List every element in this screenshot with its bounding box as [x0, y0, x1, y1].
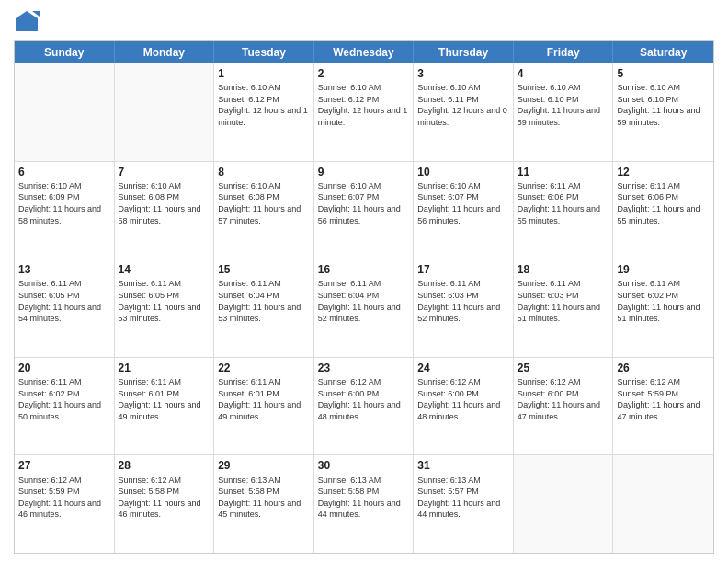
- header: [14, 9, 714, 35]
- day-number: 16: [318, 262, 410, 277]
- day-number: 10: [417, 165, 509, 179]
- calendar-cell: 16Sunrise: 6:11 AMSunset: 6:04 PMDayligh…: [314, 259, 415, 357]
- day-header: Monday: [115, 41, 215, 63]
- calendar-cell: 13Sunrise: 6:11 AMSunset: 6:05 PMDayligh…: [15, 259, 115, 357]
- calendar-header: SundayMondayTuesdayWednesdayThursdayFrid…: [15, 41, 713, 63]
- logo-icon: [14, 9, 40, 35]
- calendar-cell: 18Sunrise: 6:11 AMSunset: 6:03 PMDayligh…: [514, 259, 614, 357]
- calendar-cell: 27Sunrise: 6:12 AMSunset: 5:59 PMDayligh…: [15, 455, 115, 553]
- cell-info: Sunrise: 6:11 AMSunset: 6:01 PMDaylight:…: [218, 376, 310, 422]
- calendar-cell: 14Sunrise: 6:11 AMSunset: 6:05 PMDayligh…: [115, 259, 215, 357]
- day-number: 29: [218, 458, 310, 473]
- cell-info: Sunrise: 6:12 AMSunset: 5:59 PMDaylight:…: [18, 475, 110, 521]
- cell-info: Sunrise: 6:12 AMSunset: 5:59 PMDaylight:…: [617, 376, 710, 422]
- calendar-cell: 3Sunrise: 6:10 AMSunset: 6:11 PMDaylight…: [414, 63, 514, 161]
- svg-marker-0: [16, 11, 38, 31]
- calendar-cell: 5Sunrise: 6:10 AMSunset: 6:10 PMDaylight…: [613, 63, 713, 161]
- cell-info: Sunrise: 6:11 AMSunset: 6:02 PMDaylight:…: [617, 278, 710, 324]
- calendar-cell: 24Sunrise: 6:12 AMSunset: 6:00 PMDayligh…: [414, 358, 514, 455]
- day-number: 19: [617, 262, 710, 277]
- calendar-cell: 30Sunrise: 6:13 AMSunset: 5:58 PMDayligh…: [314, 455, 415, 553]
- day-header: Wednesday: [314, 41, 415, 63]
- cell-info: Sunrise: 6:11 AMSunset: 6:01 PMDaylight:…: [119, 376, 210, 422]
- day-header: Sunday: [15, 41, 115, 63]
- calendar-cell: [613, 455, 713, 553]
- calendar-cell: 10Sunrise: 6:10 AMSunset: 6:07 PMDayligh…: [414, 162, 514, 259]
- cell-info: Sunrise: 6:13 AMSunset: 5:57 PMDaylight:…: [417, 475, 509, 521]
- day-number: 18: [518, 262, 609, 277]
- cell-info: Sunrise: 6:10 AMSunset: 6:07 PMDaylight:…: [417, 180, 509, 226]
- calendar-cell: 2Sunrise: 6:10 AMSunset: 6:12 PMDaylight…: [314, 63, 415, 161]
- day-number: 31: [417, 458, 509, 473]
- day-number: 22: [218, 361, 310, 375]
- day-number: 7: [119, 165, 210, 179]
- day-number: 4: [518, 66, 609, 81]
- calendar-body: 1Sunrise: 6:10 AMSunset: 6:12 PMDaylight…: [15, 63, 713, 553]
- calendar-cell: 21Sunrise: 6:11 AMSunset: 6:01 PMDayligh…: [115, 358, 215, 455]
- day-header: Tuesday: [214, 41, 314, 63]
- day-number: 24: [417, 361, 509, 375]
- calendar-cell: [15, 63, 115, 161]
- day-number: 8: [218, 165, 310, 179]
- calendar-cell: 25Sunrise: 6:12 AMSunset: 6:00 PMDayligh…: [514, 358, 614, 455]
- cell-info: Sunrise: 6:13 AMSunset: 5:58 PMDaylight:…: [318, 475, 410, 521]
- day-number: 25: [518, 361, 609, 375]
- cell-info: Sunrise: 6:11 AMSunset: 6:04 PMDaylight:…: [218, 278, 310, 324]
- calendar-cell: 23Sunrise: 6:12 AMSunset: 6:00 PMDayligh…: [314, 358, 415, 455]
- day-number: 30: [318, 458, 410, 473]
- cell-info: Sunrise: 6:13 AMSunset: 5:58 PMDaylight:…: [218, 475, 310, 521]
- day-number: 13: [18, 262, 110, 277]
- day-number: 15: [218, 262, 310, 277]
- cell-info: Sunrise: 6:12 AMSunset: 6:00 PMDaylight:…: [518, 376, 609, 422]
- cell-info: Sunrise: 6:11 AMSunset: 6:03 PMDaylight:…: [417, 278, 509, 324]
- day-number: 17: [417, 262, 509, 277]
- day-header: Thursday: [414, 41, 514, 63]
- day-number: 28: [119, 458, 210, 473]
- day-number: 6: [18, 165, 110, 179]
- calendar-row: 13Sunrise: 6:11 AMSunset: 6:05 PMDayligh…: [15, 259, 713, 358]
- logo: [14, 9, 43, 35]
- cell-info: Sunrise: 6:11 AMSunset: 6:04 PMDaylight:…: [318, 278, 410, 324]
- calendar-cell: 17Sunrise: 6:11 AMSunset: 6:03 PMDayligh…: [414, 259, 514, 357]
- cell-info: Sunrise: 6:10 AMSunset: 6:11 PMDaylight:…: [417, 82, 509, 128]
- cell-info: Sunrise: 6:12 AMSunset: 6:00 PMDaylight:…: [318, 376, 410, 422]
- day-number: 3: [417, 66, 509, 81]
- cell-info: Sunrise: 6:10 AMSunset: 6:08 PMDaylight:…: [119, 180, 210, 226]
- day-number: 1: [218, 66, 310, 81]
- day-number: 20: [18, 361, 110, 375]
- calendar-cell: 26Sunrise: 6:12 AMSunset: 5:59 PMDayligh…: [613, 358, 713, 455]
- cell-info: Sunrise: 6:10 AMSunset: 6:09 PMDaylight:…: [18, 180, 110, 226]
- day-number: 12: [617, 165, 710, 179]
- cell-info: Sunrise: 6:11 AMSunset: 6:06 PMDaylight:…: [518, 180, 609, 226]
- cell-info: Sunrise: 6:12 AMSunset: 6:00 PMDaylight:…: [417, 376, 509, 422]
- calendar-row: 1Sunrise: 6:10 AMSunset: 6:12 PMDaylight…: [15, 63, 713, 162]
- cell-info: Sunrise: 6:11 AMSunset: 6:03 PMDaylight:…: [518, 278, 609, 324]
- cell-info: Sunrise: 6:10 AMSunset: 6:10 PMDaylight:…: [518, 82, 609, 128]
- calendar-cell: [115, 63, 215, 161]
- day-number: 9: [318, 165, 410, 179]
- day-header: Saturday: [613, 41, 713, 63]
- cell-info: Sunrise: 6:11 AMSunset: 6:05 PMDaylight:…: [119, 278, 210, 324]
- day-number: 26: [617, 361, 710, 375]
- cell-info: Sunrise: 6:11 AMSunset: 6:02 PMDaylight:…: [18, 376, 110, 422]
- calendar-row: 20Sunrise: 6:11 AMSunset: 6:02 PMDayligh…: [15, 358, 713, 456]
- cell-info: Sunrise: 6:10 AMSunset: 6:12 PMDaylight:…: [318, 82, 410, 128]
- day-number: 27: [18, 458, 110, 473]
- calendar-cell: [514, 455, 614, 553]
- calendar-cell: 1Sunrise: 6:10 AMSunset: 6:12 PMDaylight…: [214, 63, 314, 161]
- cell-info: Sunrise: 6:12 AMSunset: 5:58 PMDaylight:…: [119, 475, 210, 521]
- calendar-cell: 8Sunrise: 6:10 AMSunset: 6:08 PMDaylight…: [214, 162, 314, 259]
- day-number: 11: [518, 165, 609, 179]
- day-number: 14: [119, 262, 210, 277]
- day-number: 23: [318, 361, 410, 375]
- cell-info: Sunrise: 6:11 AMSunset: 6:05 PMDaylight:…: [18, 278, 110, 324]
- calendar-cell: 12Sunrise: 6:11 AMSunset: 6:06 PMDayligh…: [613, 162, 713, 259]
- day-number: 5: [617, 66, 710, 81]
- calendar-cell: 7Sunrise: 6:10 AMSunset: 6:08 PMDaylight…: [115, 162, 215, 259]
- calendar-cell: 15Sunrise: 6:11 AMSunset: 6:04 PMDayligh…: [214, 259, 314, 357]
- calendar-cell: 28Sunrise: 6:12 AMSunset: 5:58 PMDayligh…: [115, 455, 215, 553]
- calendar-cell: 22Sunrise: 6:11 AMSunset: 6:01 PMDayligh…: [214, 358, 314, 455]
- calendar-cell: 20Sunrise: 6:11 AMSunset: 6:02 PMDayligh…: [15, 358, 115, 455]
- cell-info: Sunrise: 6:11 AMSunset: 6:06 PMDaylight:…: [617, 180, 710, 226]
- calendar-cell: 19Sunrise: 6:11 AMSunset: 6:02 PMDayligh…: [613, 259, 713, 357]
